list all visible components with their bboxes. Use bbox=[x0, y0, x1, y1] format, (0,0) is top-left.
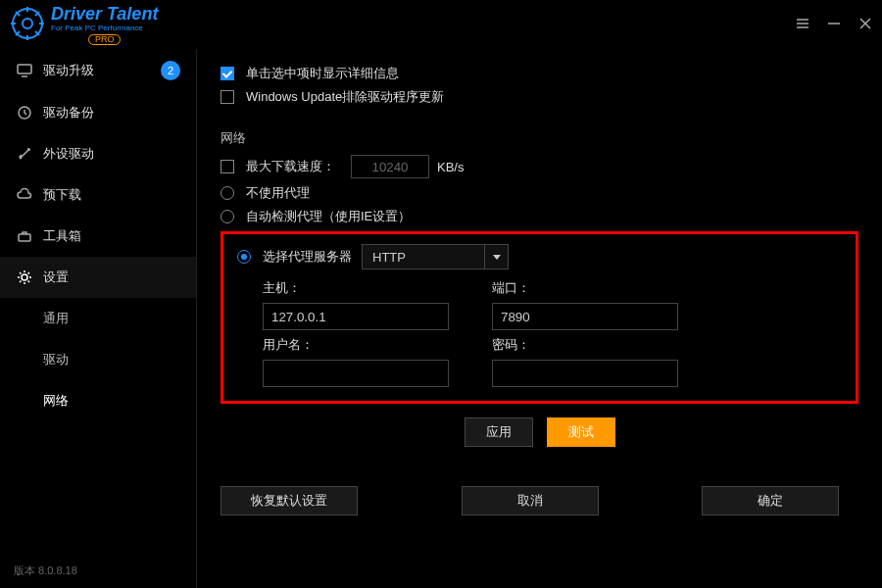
gear-icon bbox=[10, 6, 45, 44]
sidebar-item-peripheral[interactable]: 外设驱动 bbox=[0, 133, 196, 174]
sidebar-item-label: 驱动升级 bbox=[43, 62, 94, 79]
titlebar: Driver Talent For Peak PC Performance PR… bbox=[0, 0, 882, 49]
label-password: 密码： bbox=[492, 336, 678, 354]
usb-icon bbox=[16, 145, 33, 163]
clock-icon bbox=[16, 104, 33, 122]
radio-select-proxy[interactable] bbox=[237, 250, 251, 264]
cloud-icon bbox=[16, 186, 33, 204]
label-select-proxy: 选择代理服务器 bbox=[263, 248, 352, 266]
sidebar-item-upgrade[interactable]: 驱动升级 2 bbox=[0, 49, 196, 92]
svg-rect-16 bbox=[18, 65, 31, 74]
sidebar-item-backup[interactable]: 驱动备份 bbox=[0, 92, 196, 133]
radio-auto-proxy[interactable] bbox=[220, 210, 234, 223]
label-max-speed: 最大下载速度： bbox=[246, 158, 335, 175]
sidebar-item-toolbox[interactable]: 工具箱 bbox=[0, 216, 196, 257]
input-username[interactable] bbox=[263, 360, 449, 387]
section-title-network: 网络 bbox=[220, 129, 858, 147]
sidebar-sub-network[interactable]: 网络 bbox=[0, 380, 196, 421]
checkbox-single-click-detail[interactable] bbox=[220, 67, 234, 80]
sidebar-item-label: 驱动备份 bbox=[43, 104, 94, 122]
menu-button[interactable] bbox=[796, 17, 809, 33]
checkbox-windows-update-exclude[interactable] bbox=[220, 90, 234, 104]
label-windows-update-exclude: Windows Update排除驱动程序更新 bbox=[246, 88, 444, 106]
input-port[interactable] bbox=[492, 303, 678, 330]
version-label: 版本 8.0.8.18 bbox=[0, 554, 196, 588]
app-logo: Driver Talent For Peak PC Performance PR… bbox=[10, 5, 158, 45]
main-content: 单击选中项时显示详细信息 Windows Update排除驱动程序更新 网络 最… bbox=[197, 49, 882, 588]
input-host[interactable] bbox=[263, 303, 449, 330]
proxy-type-value: HTTP bbox=[363, 250, 484, 265]
label-username: 用户名： bbox=[263, 336, 449, 354]
minimize-button[interactable] bbox=[827, 17, 841, 33]
radio-no-proxy[interactable] bbox=[220, 186, 234, 200]
app-title: Driver Talent bbox=[51, 5, 158, 23]
sidebar-item-predownload[interactable]: 预下载 bbox=[0, 174, 196, 216]
badge-count: 2 bbox=[161, 61, 180, 80]
proxy-settings-box: 选择代理服务器 HTTP 主机： 端口： 用户名： 密码： bbox=[220, 231, 858, 404]
label-port: 端口： bbox=[492, 279, 678, 297]
monitor-icon bbox=[16, 62, 33, 79]
sidebar-item-label: 外设驱动 bbox=[43, 145, 94, 163]
gear-icon bbox=[16, 269, 33, 286]
checkbox-max-speed[interactable] bbox=[220, 160, 234, 173]
input-max-speed[interactable] bbox=[351, 155, 429, 178]
restore-defaults-button[interactable]: 恢复默认设置 bbox=[220, 486, 358, 515]
cancel-button[interactable]: 取消 bbox=[462, 486, 599, 515]
sidebar-item-label: 工具箱 bbox=[43, 227, 81, 245]
ok-button[interactable]: 确定 bbox=[702, 486, 839, 515]
proxy-type-select[interactable]: HTTP bbox=[362, 244, 509, 270]
label-host: 主机： bbox=[263, 279, 449, 297]
apply-button[interactable]: 应用 bbox=[465, 417, 533, 447]
toolbox-icon bbox=[16, 227, 33, 245]
input-password[interactable] bbox=[492, 360, 678, 387]
close-button[interactable] bbox=[858, 17, 872, 33]
sidebar-item-settings[interactable]: 设置 bbox=[0, 257, 196, 298]
sidebar-item-label: 预下载 bbox=[43, 186, 81, 204]
label-auto-proxy: 自动检测代理（使用IE设置） bbox=[246, 208, 411, 225]
chevron-down-icon bbox=[484, 244, 508, 270]
test-button[interactable]: 测试 bbox=[547, 417, 615, 447]
pro-badge: PRO bbox=[88, 34, 122, 45]
svg-point-1 bbox=[23, 19, 32, 28]
label-speed-unit: KB/s bbox=[437, 160, 464, 174]
svg-point-20 bbox=[22, 274, 27, 280]
sidebar: 驱动升级 2 驱动备份 外设驱动 预下载 工具箱 bbox=[0, 49, 197, 588]
sidebar-item-label: 设置 bbox=[43, 269, 69, 286]
label-no-proxy: 不使用代理 bbox=[246, 184, 310, 202]
sidebar-sub-driver[interactable]: 驱动 bbox=[0, 339, 196, 380]
app-subtitle: For Peak PC Performance bbox=[51, 24, 158, 32]
svg-rect-19 bbox=[19, 234, 30, 241]
label-single-click-detail: 单击选中项时显示详细信息 bbox=[246, 65, 399, 82]
sidebar-sub-general[interactable]: 通用 bbox=[0, 298, 196, 339]
